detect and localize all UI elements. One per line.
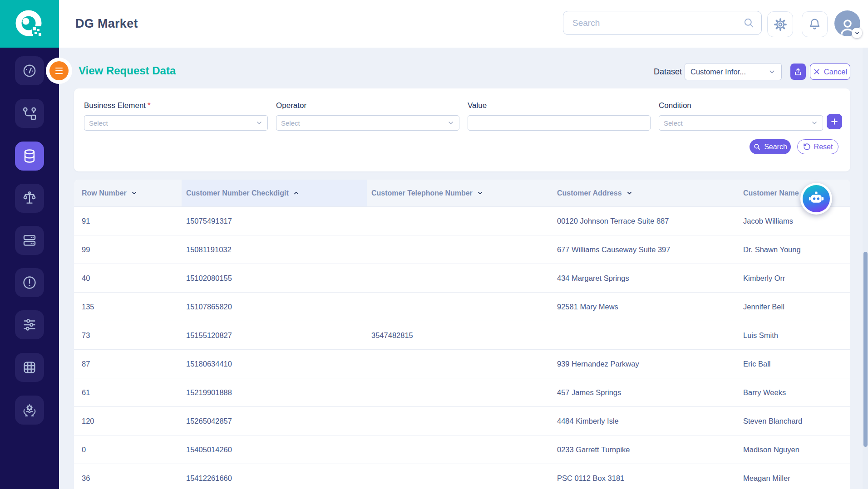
chevron-up-icon xyxy=(293,190,300,196)
chevron-down-icon xyxy=(256,119,263,127)
notifications-button[interactable] xyxy=(802,11,828,37)
column-header-label: Customer Address xyxy=(557,189,622,197)
grid-table-icon xyxy=(22,360,37,375)
operator-select[interactable]: Select xyxy=(276,115,459,131)
column-header[interactable]: Customer Number Checkdigit xyxy=(182,180,367,206)
column-header[interactable]: Row Number xyxy=(74,180,182,206)
table-cell: 61 xyxy=(74,388,182,397)
alert-circle-icon xyxy=(22,275,37,290)
reset-button[interactable]: Reset xyxy=(797,139,838,154)
scrollbar-thumb[interactable] xyxy=(863,252,868,447)
field-label: Condition xyxy=(659,101,691,110)
app-logo[interactable] xyxy=(0,0,59,48)
avatar-menu-toggle[interactable] xyxy=(852,28,862,38)
settings-button[interactable] xyxy=(767,11,793,37)
table-cell: Kimberly Orr xyxy=(739,274,850,283)
table-cell: PSC 0112 Box 3181 xyxy=(552,474,739,483)
table-cell: Luis Smith xyxy=(739,331,850,340)
column-header-label: Customer Telephone Number xyxy=(371,189,473,197)
sidebar-toggle-button[interactable] xyxy=(49,61,69,80)
table-row: 8715180634410939 Hernandez ParkwayEric B… xyxy=(74,349,850,378)
table-cell: Jacob Williams xyxy=(739,217,850,225)
column-header[interactable]: Customer Telephone Number xyxy=(367,180,552,206)
gear-icon xyxy=(774,18,787,31)
table-body: 911507549131700120 Johnson Terrace Suite… xyxy=(74,206,850,489)
select-placeholder: Select xyxy=(281,119,300,127)
search-icon xyxy=(753,143,761,151)
sliders-icon xyxy=(22,317,37,333)
search-button[interactable]: Search xyxy=(750,139,791,154)
value-input-wrap xyxy=(468,115,651,131)
table-header-row: Row NumberCustomer Number CheckdigitCust… xyxy=(74,180,850,206)
database-icon xyxy=(22,148,37,164)
table-cell: 73 xyxy=(74,331,182,340)
x-icon xyxy=(813,68,820,75)
sidebar-item-alerts[interactable] xyxy=(15,268,44,297)
hamburger-icon xyxy=(55,68,63,69)
business-element-select[interactable]: Select xyxy=(84,115,268,131)
value-input[interactable] xyxy=(473,119,646,127)
table-cell: Meagan Miller xyxy=(739,474,850,483)
sidebar-item-tables[interactable] xyxy=(15,353,44,382)
chevron-down-icon xyxy=(477,190,483,196)
page-title: View Request Data xyxy=(79,64,176,77)
sidebar-item-servers[interactable] xyxy=(15,226,44,255)
sidebar-item-services[interactable] xyxy=(15,396,44,425)
field-label: Business Element xyxy=(84,101,146,110)
table-cell: 15180634410 xyxy=(182,360,367,368)
column-header-label: Row Number xyxy=(82,189,127,197)
column-header-label: Customer Name xyxy=(743,189,799,197)
upload-icon xyxy=(794,67,803,76)
table-cell: 3547482815 xyxy=(367,331,552,340)
field-label: Operator xyxy=(276,101,306,110)
dataset-select[interactable]: Customer Infor... xyxy=(685,63,782,80)
table-cell: 15405014260 xyxy=(182,445,367,454)
field-business-element: Business Element* Select xyxy=(84,101,268,131)
sidebar-item-dashboard[interactable] xyxy=(15,56,44,85)
search-button-label: Search xyxy=(764,143,787,151)
top-bar: DG Market xyxy=(0,0,868,48)
condition-select[interactable]: Select xyxy=(659,115,823,131)
required-asterisk: * xyxy=(148,101,151,110)
table-row: 0154050142600233 Garrett TurnpikeMadison… xyxy=(74,435,850,464)
table-row: 6115219901888457 James SpringsBarry Week… xyxy=(74,378,850,406)
upload-button[interactable] xyxy=(790,64,806,80)
table-cell: Barry Weeks xyxy=(739,388,850,397)
sidebar-item-settings[interactable] xyxy=(15,310,44,339)
table-cell: Dr. Shawn Young xyxy=(739,245,850,254)
select-placeholder: Select xyxy=(89,119,108,127)
table-cell: 15075491317 xyxy=(182,217,367,225)
table-cell: 15412261660 xyxy=(182,474,367,483)
sidebar-item-data[interactable] xyxy=(15,142,44,171)
table-cell: 434 Margaret Springs xyxy=(552,274,739,283)
column-header[interactable]: Customer Address xyxy=(552,180,739,206)
table-cell: 15219901888 xyxy=(182,388,367,397)
table-cell: Jennifer Bell xyxy=(739,303,850,311)
dataset-selected-value: Customer Infor... xyxy=(690,68,746,76)
add-filter-button[interactable] xyxy=(827,114,842,129)
sidebar-item-governance[interactable] xyxy=(15,184,44,213)
search-input[interactable] xyxy=(572,18,743,29)
chat-bot-button[interactable] xyxy=(800,183,832,215)
table-cell: 92581 Mary Mews xyxy=(552,303,739,311)
table-cell: 15107865820 xyxy=(182,303,367,311)
plus-icon xyxy=(830,117,839,126)
table-cell: 677 Williams Causeway Suite 397 xyxy=(552,245,739,254)
table-row: 3615412261660PSC 0112 Box 3181Meagan Mil… xyxy=(74,464,850,489)
table-row: 120152650428574484 Kimberly IsleSteven B… xyxy=(74,406,850,435)
column-header[interactable]: Customer Name xyxy=(739,180,850,206)
chevron-down-icon xyxy=(854,30,860,36)
rotate-ccw-icon xyxy=(803,143,811,151)
column-header-label: Customer Number Checkdigit xyxy=(186,189,289,197)
cancel-button[interactable]: Cancel xyxy=(810,64,850,80)
table-cell: 135 xyxy=(74,303,182,311)
dataset-label: Dataset xyxy=(654,67,682,77)
table-cell: 4484 Kimberly Isle xyxy=(552,417,739,425)
balance-scale-icon xyxy=(22,191,37,206)
sidebar-item-workflow[interactable] xyxy=(15,99,44,128)
table-cell: 15155120827 xyxy=(182,331,367,340)
hands-gear-service-icon xyxy=(21,402,38,418)
table-cell: 36 xyxy=(74,474,182,483)
table-cell: 0 xyxy=(74,445,182,454)
table-cell: 15081191032 xyxy=(182,245,367,254)
